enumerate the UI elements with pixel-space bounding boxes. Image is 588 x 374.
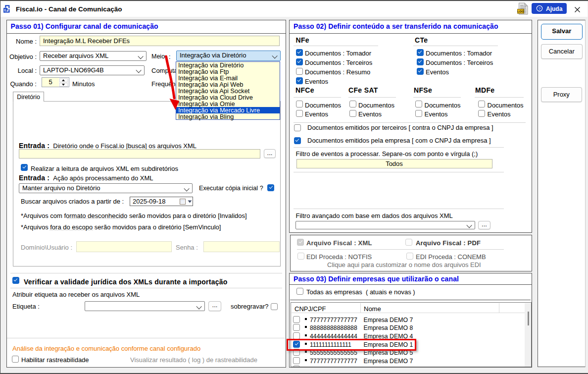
svg-text:?: ?: [539, 6, 541, 11]
svg-text:LOG: LOG: [517, 10, 524, 13]
